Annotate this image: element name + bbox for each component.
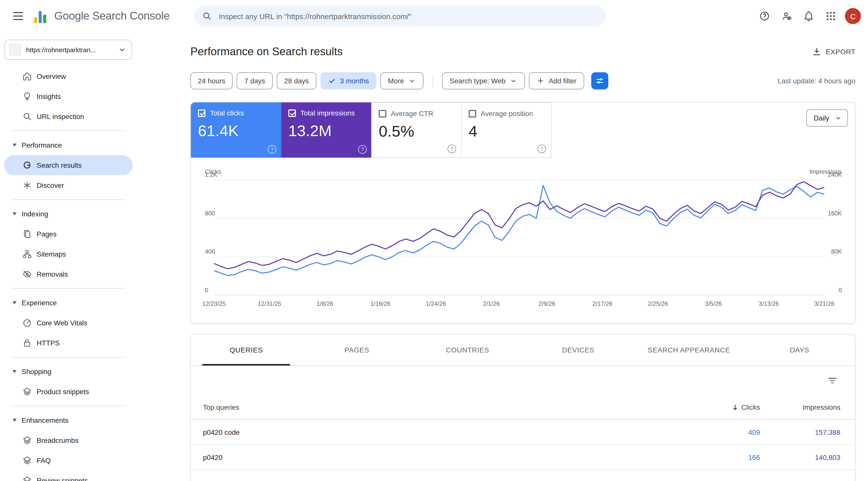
download-icon [812,47,822,57]
sidebar-section-performance[interactable]: Performance [0,135,133,155]
help-icon[interactable]: ? [447,145,456,153]
time-series-chart[interactable]: Clicks Impressions 1.2K 800 400 0 240K 1… [214,180,824,295]
checkbox-checked-icon[interactable] [198,109,206,117]
filter-settings-button[interactable] [591,72,608,89]
column-header-queries[interactable]: Top queries [203,403,685,411]
help-button[interactable] [753,6,776,26]
sidebar-section-indexing[interactable]: Indexing [0,204,133,224]
y-tick: 160K [828,210,842,217]
sidebar-item-label: Overview [37,72,66,80]
sidebar-item-faq[interactable]: FAQ [0,450,133,471]
chevron-down-icon [12,213,17,215]
url-inspection-input[interactable] [218,11,597,21]
chip-label: Search type: Web [450,77,505,85]
sidebar-item-sitemaps[interactable]: Sitemaps [0,244,133,264]
column-header-impressions[interactable]: Impressions [760,403,840,411]
checkbox-unchecked-icon[interactable] [379,110,386,117]
metric-average-position[interactable]: Average position 4 ? [461,102,552,158]
main-menu-button[interactable] [8,6,28,26]
sidebar-section-enhancements[interactable]: Enhancements [0,410,133,430]
app-logo[interactable]: GoogleSearch Console [34,8,169,24]
metric-value: 13.2M [288,122,365,140]
tab-countries[interactable]: COUNTRIES [412,334,523,365]
google-search-console-app: GoogleSearch Console C [0,0,868,481]
tab-pages[interactable]: PAGES [302,334,412,365]
sidebar-item-breadcrumbs[interactable]: Breadcrumbs [0,430,133,450]
add-filter-button[interactable]: Add filter [529,72,584,89]
checkbox-checked-icon[interactable] [288,109,296,117]
export-label: EXPORT [826,48,856,56]
sidebar-item-label: Review snippets [37,477,88,481]
sidebar-item-pages[interactable]: Pages [0,224,133,244]
sort-descending-icon [731,404,739,411]
metric-label: Average CTR [391,109,433,118]
table-filter-button[interactable] [827,375,838,386]
impressions-cell[interactable]: 140,803 [760,453,840,461]
tab-search-appearance[interactable]: SEARCH APPEARANCE [634,334,744,365]
sitemap-icon [22,249,32,259]
help-icon[interactable]: ? [537,145,546,153]
sidebar-section-shopping[interactable]: Shopping [0,361,133,382]
metric-label: Total clicks [210,109,244,117]
notifications-button[interactable] [798,6,820,26]
metric-value: 4 [469,123,544,140]
table-row[interactable] [191,470,855,481]
sidebar-item-review-snippets[interactable]: Review snippets [0,471,133,481]
export-button[interactable]: EXPORT [812,47,856,57]
chart-plot-area[interactable]: Clicks Impressions 1.2K 800 400 0 240K 1… [214,180,824,295]
help-icon[interactable]: ? [268,145,276,154]
user-settings-button[interactable] [776,6,798,26]
table-row[interactable]: p0420 code 409 157,388 [191,420,855,445]
sidebar-item-label: Product snippets [37,388,89,396]
clicks-cell[interactable]: 409 [685,428,760,436]
app-title-google: Google [54,9,89,22]
tab-devices[interactable]: DEVICES [523,334,634,365]
performance-chart-card: Total clicks 61.4K ? Total impressions 1… [190,102,856,324]
filter-controls: 24 hours 7 days 28 days 3 months More Se… [190,72,856,89]
sidebar-item-label: Discover [37,181,64,189]
date-range-3-months[interactable]: 3 months [320,72,376,89]
sidebar-item-product-snippets[interactable]: Product snippets [0,382,133,402]
x-tick: 12/23/25 [202,300,225,307]
impressions-cell[interactable]: 157,388 [760,428,840,436]
date-range-more[interactable]: More [380,72,424,89]
url-inspection-searchbar[interactable] [194,5,606,27]
date-range-7-days[interactable]: 7 days [237,72,273,89]
table-row[interactable]: p0420 166 140,803 [191,445,855,470]
sidebar-item-core-web-vitals[interactable]: Core Web Vitals [0,313,133,333]
tab-days[interactable]: DAYS [744,334,855,365]
help-glyph: ? [450,147,453,151]
tab-queries[interactable]: QUERIES [191,334,302,365]
chip-label: 3 months [340,77,369,85]
sidebar-section-experience[interactable]: Experience [0,293,133,313]
granularity-dropdown[interactable]: Daily [806,109,848,127]
help-icon[interactable]: ? [358,145,367,154]
apps-grid-icon [825,10,836,22]
sidebar-item-label: FAQ [37,456,51,464]
sidebar-item-https[interactable]: HTTPS [0,333,133,353]
date-range-28-days[interactable]: 28 days [277,72,316,89]
chip-label: Add filter [549,77,577,85]
clicks-cell[interactable]: 166 [685,453,760,461]
date-range-24-hours[interactable]: 24 hours [190,72,233,89]
column-header-clicks[interactable]: Clicks [685,403,760,411]
checkbox-unchecked-icon[interactable] [469,110,476,117]
vertical-divider [433,74,433,87]
sidebar-item-search-results[interactable]: Search results [4,155,133,175]
apps-grid-button[interactable] [820,6,842,26]
bell-icon [803,10,814,22]
metric-average-ctr[interactable]: Average CTR 0.5% ? [371,102,462,158]
account-avatar[interactable]: C [845,8,861,24]
metric-total-clicks[interactable]: Total clicks 61.4K ? [191,102,281,158]
sidebar-item-overview[interactable]: Overview [0,66,133,86]
page-title: Performance on Search results [190,45,343,58]
sidebar-item-insights[interactable]: Insights [0,86,133,106]
sidebar-item-url-inspection[interactable]: URL inspection [0,106,133,127]
sidebar-item-discover[interactable]: Discover [0,175,133,195]
topbar-actions: C [753,6,861,26]
sidebar-item-removals[interactable]: Removals [0,264,133,284]
chevron-down-icon [12,143,17,147]
property-selector[interactable]: https://rohnertparktran... [4,40,132,60]
metric-total-impressions[interactable]: Total impressions 13.2M ? [281,102,372,158]
search-type-filter[interactable]: Search type: Web [442,72,525,89]
